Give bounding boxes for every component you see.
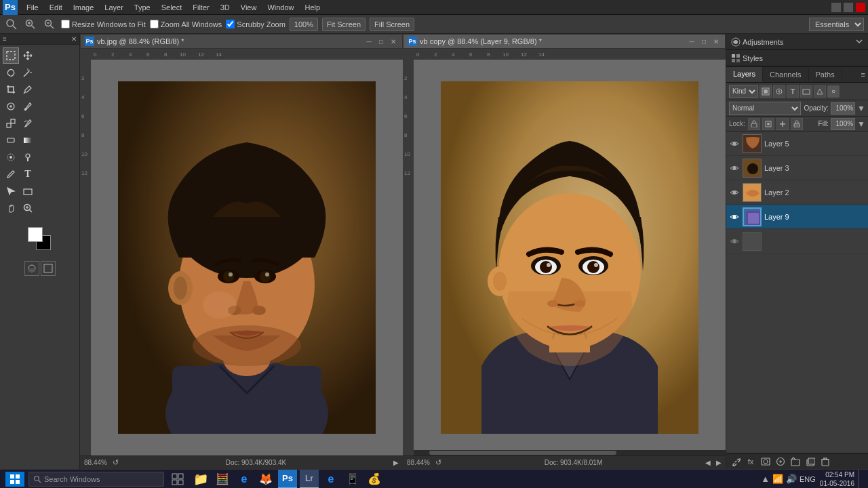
filter-pixel-icon[interactable] (760, 85, 772, 98)
zoom-tool[interactable] (20, 200, 36, 216)
layer-link-btn[interactable] (729, 455, 743, 468)
layer-fx-btn[interactable]: fx (744, 455, 757, 468)
taskbar-expand-btn[interactable]: ▲ (761, 474, 770, 484)
layer-item-9[interactable]: Layer 9 (726, 205, 868, 229)
layers-list[interactable]: Layer 5 Layer 3 (726, 131, 868, 453)
taskbar-app-lr[interactable]: Lr (300, 470, 319, 489)
canvas-content-1[interactable] (91, 60, 403, 455)
menu-type[interactable]: Type (130, 2, 155, 13)
hand-tool[interactable] (3, 200, 19, 216)
history-brush-tool[interactable] (20, 115, 36, 131)
filter-type-icon[interactable]: T (787, 85, 799, 98)
spot-heal-tool[interactable] (3, 98, 19, 115)
fill-input[interactable] (831, 118, 855, 130)
menu-edit[interactable]: Edit (45, 2, 67, 13)
pen-tool[interactable] (3, 166, 19, 182)
layer-visibility-2[interactable] (729, 187, 740, 198)
filter-shape-icon[interactable] (800, 85, 812, 98)
text-tool[interactable]: T (20, 166, 36, 182)
eyedropper-tool[interactable] (20, 81, 36, 98)
layer-adjustment-btn[interactable] (774, 455, 787, 468)
menu-image[interactable]: Image (68, 2, 99, 13)
zoom-all-checkbox[interactable]: Zoom All Windows (150, 20, 222, 28)
nav-left-2[interactable]: ◀ (705, 459, 711, 466)
menu-view[interactable]: View (236, 2, 262, 13)
lasso-tool[interactable] (3, 64, 19, 81)
styles-panel-header[interactable]: Styles (730, 53, 763, 64)
marquee-tool[interactable] (3, 47, 19, 64)
minimize-app-btn[interactable] (831, 3, 841, 12)
menu-select[interactable]: Select (157, 2, 187, 13)
layer-item-3[interactable]: Layer 3 (726, 156, 868, 180)
workspace-select[interactable]: Essentials (809, 18, 864, 31)
zoom-100-btn[interactable]: 100% (290, 18, 318, 31)
brush-tool[interactable] (20, 98, 36, 115)
blur-tool[interactable] (3, 149, 19, 165)
menu-filter[interactable]: Filter (188, 2, 214, 13)
taskbar-show-desktop-btn[interactable] (859, 470, 863, 489)
taskbar-app-firefox[interactable]: 🦊 (256, 470, 275, 489)
channels-tab[interactable]: Channels (763, 68, 808, 81)
resize-windows-input[interactable] (61, 20, 70, 28)
scrubby-zoom-checkbox[interactable]: Scrubby Zoom (226, 20, 285, 28)
layer-item-5[interactable]: Layer 5 (726, 131, 868, 156)
screen-mode-btn[interactable] (41, 261, 56, 276)
filter-toggle-btn[interactable]: ○ (827, 85, 840, 98)
doc-close-1[interactable]: ✕ (389, 37, 398, 46)
opacity-input[interactable] (831, 102, 855, 115)
layer-item-extra[interactable] (726, 229, 868, 253)
layers-panel-menu-btn[interactable]: ≡ (861, 70, 865, 79)
toolbar-close-btn[interactable]: ✕ (71, 35, 77, 43)
layer-new-btn[interactable] (804, 455, 817, 468)
taskbar-app-calculator[interactable]: 🧮 (213, 470, 232, 489)
layer-visibility-5[interactable] (729, 138, 740, 149)
layers-kind-select[interactable]: Kind (729, 85, 758, 98)
restore-app-btn[interactable] (844, 3, 853, 12)
move-tool[interactable] (20, 47, 36, 64)
taskbar-volume-icon[interactable]: 🔊 (786, 474, 797, 484)
taskbar-search-box[interactable]: Search Windows (28, 472, 164, 487)
taskbar-app-money[interactable]: 💰 (365, 470, 384, 489)
fit-screen-btn[interactable]: Fit Screen (322, 18, 366, 31)
layer-mask-btn[interactable] (759, 455, 772, 468)
lock-all-btn[interactable] (791, 118, 803, 130)
magic-wand-tool[interactable] (20, 64, 36, 81)
doc-minimize-1[interactable]: ─ (364, 37, 374, 46)
foreground-color[interactable] (28, 227, 43, 242)
layers-tab[interactable]: Layers (726, 67, 763, 82)
layer-group-btn[interactable] (789, 455, 802, 468)
dodge-tool[interactable] (20, 149, 36, 165)
zoom-in-icon[interactable] (23, 17, 38, 32)
layer-visibility-3[interactable] (729, 163, 740, 174)
hscrollbar-2[interactable] (414, 450, 726, 455)
taskbar-network-icon[interactable]: 📶 (772, 474, 783, 484)
doc-restore-2[interactable]: □ (699, 37, 709, 46)
task-view-btn[interactable] (168, 470, 187, 489)
menu-layer[interactable]: Layer (100, 2, 128, 13)
close-app-btn[interactable] (856, 3, 865, 12)
menu-window[interactable]: Window (262, 2, 298, 13)
clone-tool[interactable] (3, 115, 19, 131)
quick-mask-btn[interactable] (24, 261, 39, 276)
crop-tool[interactable] (3, 81, 19, 98)
eraser-tool[interactable] (3, 132, 19, 148)
layer-item-2[interactable]: Layer 2 (726, 180, 868, 205)
taskbar-app-phone[interactable]: 📱 (343, 470, 362, 489)
canvas-content-2[interactable] (414, 60, 726, 455)
scrubby-zoom-input[interactable] (226, 20, 235, 28)
zoom-all-input[interactable] (150, 20, 159, 28)
lock-image-btn[interactable] (762, 118, 774, 130)
taskbar-app-ie[interactable]: e (235, 470, 254, 489)
shape-tool[interactable] (20, 183, 36, 199)
layer-visibility-9[interactable] (729, 211, 740, 222)
doc-close-2[interactable]: ✕ (711, 37, 721, 46)
layer-visibility-extra[interactable] (729, 236, 740, 247)
menu-file[interactable]: File (22, 2, 43, 13)
doc-restore-1[interactable]: □ (376, 37, 386, 46)
adjustments-panel-header[interactable]: Adjustments (730, 37, 784, 47)
resize-windows-checkbox[interactable]: Resize Windows to Fit (61, 20, 146, 28)
taskbar-app-ps[interactable]: Ps (278, 470, 297, 489)
blend-mode-select[interactable]: Normal (729, 102, 801, 115)
taskbar-start-btn[interactable] (5, 472, 24, 487)
taskbar-clock[interactable]: 02:54 PM 01-05-2016 (820, 470, 854, 488)
